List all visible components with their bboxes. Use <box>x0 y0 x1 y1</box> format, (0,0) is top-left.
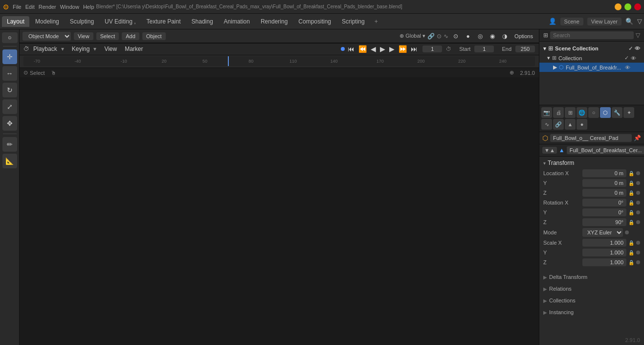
annotate-tool[interactable]: ✏ <box>2 137 17 152</box>
transform-global-label[interactable]: ⊕ Global ▾ <box>400 33 425 39</box>
rotation-y-dot[interactable] <box>636 210 640 214</box>
location-y-dot[interactable] <box>636 181 640 185</box>
scene-collection-item[interactable]: ▾ ⊞ Scene Collection ✓ 👁 <box>539 44 644 53</box>
location-x-dot[interactable] <box>636 171 640 175</box>
mesh-name-field[interactable]: Full_Bowl_of_Breakfast_Cer... <box>567 146 644 154</box>
transform-tool[interactable]: ✥ <box>2 116 17 131</box>
next-keyframe-button[interactable]: ▶ <box>388 45 396 53</box>
particles-tab[interactable]: ✦ <box>623 107 634 118</box>
tab-layout[interactable]: Layout <box>2 16 29 27</box>
prev-frame-button[interactable]: ⏪ <box>357 45 368 53</box>
object-name-field[interactable]: Full_Bowl_o__ Cereal_Pad <box>550 134 632 142</box>
rotation-x-lock[interactable]: 🔒 <box>628 200 634 206</box>
outliner-search-input[interactable] <box>550 31 634 39</box>
scale-tool[interactable]: ⤢ <box>2 99 17 114</box>
select-menu[interactable]: Select <box>96 32 119 40</box>
view-layer-selector[interactable]: View Layer <box>587 18 622 25</box>
scale-y-value[interactable]: 1.000 <box>582 249 626 256</box>
keyframe-marker[interactable] <box>341 47 345 51</box>
scale-y-dot[interactable] <box>636 251 640 254</box>
end-frame-input[interactable]: 250 <box>515 46 535 52</box>
rotation-y-value[interactable]: 0° <box>582 208 626 216</box>
object-menu[interactable]: Object <box>142 32 166 40</box>
menu-render[interactable]: Render <box>39 4 56 10</box>
mesh-type-selector[interactable]: ▼▲ <box>542 147 557 154</box>
minimize-button[interactable] <box>615 3 622 10</box>
proportional-icon[interactable]: ⊙ <box>437 33 442 40</box>
rotation-mode-selector[interactable]: XYZ Euler <box>582 228 623 237</box>
mode-switcher[interactable]: ⊙ <box>2 32 18 43</box>
scale-x-value[interactable]: 1.000 <box>582 239 626 247</box>
scene-tab[interactable]: 🌐 <box>577 107 587 118</box>
menu-window[interactable]: Window <box>60 4 79 10</box>
tab-scripting[interactable]: Scripting <box>337 16 370 27</box>
view-menu[interactable]: View <box>74 32 93 40</box>
rotation-z-lock[interactable]: 🔒 <box>628 220 634 225</box>
tab-modeling[interactable]: Modeling <box>30 16 64 27</box>
collection-item[interactable]: ▾ ⊞ Collection ✓ 👁 <box>539 53 644 63</box>
next-frame-button[interactable]: ⏩ <box>398 45 408 53</box>
view-layer-tab[interactable]: ⊞ <box>565 107 576 118</box>
object-tab[interactable]: ⬡ <box>600 107 611 118</box>
prev-keyframe-button[interactable]: ◀ <box>370 45 377 53</box>
tab-texture-paint[interactable]: Texture Paint <box>141 16 185 27</box>
cursor-tool[interactable]: ✛ <box>2 49 17 64</box>
menu-help[interactable]: Help <box>83 4 94 10</box>
location-x-value[interactable]: 0 m <box>582 169 626 177</box>
tab-sculpting[interactable]: Sculpting <box>65 16 99 27</box>
measure-tool[interactable]: 📐 <box>2 154 17 168</box>
scale-y-lock[interactable]: 🔒 <box>628 250 634 255</box>
rotation-z-value[interactable]: 90° <box>582 218 626 226</box>
rotation-z-dot[interactable] <box>636 220 640 224</box>
close-button[interactable] <box>634 3 641 10</box>
rotate-tool[interactable]: ↻ <box>2 83 17 97</box>
outliner-filter-icon[interactable]: ▽ <box>636 32 640 39</box>
relations-header[interactable]: ▶ Relations <box>543 285 640 293</box>
rotation-x-value[interactable]: 0° <box>582 199 626 207</box>
rotation-x-dot[interactable] <box>636 201 640 205</box>
scale-z-value[interactable]: 1.000 <box>582 258 626 266</box>
scene-collection-eye[interactable]: 👁 <box>635 46 640 51</box>
rotation-y-lock[interactable]: 🔒 <box>628 210 634 215</box>
menu-file[interactable]: File <box>13 4 22 10</box>
material-tab[interactable]: ● <box>577 119 587 130</box>
delta-transform-header[interactable]: ▶ Delta Transform <box>543 273 640 281</box>
scale-z-dot[interactable] <box>636 260 640 264</box>
tab-animation[interactable]: Animation <box>219 16 255 27</box>
filter-icon[interactable]: ▽ <box>637 18 642 25</box>
rotation-mode-dot[interactable] <box>625 230 629 234</box>
scene-selector[interactable]: Scene <box>560 18 583 25</box>
physics-tab[interactable]: ∿ <box>541 119 552 130</box>
falloff-icon[interactable]: ∿ <box>444 33 448 40</box>
location-y-lock[interactable]: 🔒 <box>628 181 634 186</box>
scale-x-dot[interactable] <box>636 241 640 245</box>
pin-icon[interactable]: 📌 <box>634 135 641 141</box>
location-y-value[interactable]: 0 m <box>582 179 626 187</box>
scale-z-lock[interactable]: 🔒 <box>628 260 634 265</box>
start-frame-input[interactable]: 1 <box>474 46 494 52</box>
add-workspace-button[interactable]: + <box>371 16 382 27</box>
move-tool[interactable]: ↔ <box>2 66 17 81</box>
object-item[interactable]: ▶ ⬡ Full_Bowl_of_Breakfr... 👁 <box>539 63 644 72</box>
tab-compositing[interactable]: Compositing <box>293 16 336 27</box>
mode-selector[interactable]: Object Mode <box>22 32 71 41</box>
menu-edit[interactable]: Edit <box>25 4 35 10</box>
snap-icon[interactable]: 🔗 <box>427 33 435 40</box>
current-frame-input[interactable]: 1 <box>422 46 442 52</box>
viewport-material-icon[interactable]: ◑ <box>499 31 510 42</box>
viewport-rendered-icon[interactable]: ◉ <box>487 31 498 42</box>
modifier-tab[interactable]: 🔧 <box>612 107 622 118</box>
location-z-lock[interactable]: 🔒 <box>628 190 634 196</box>
keying-menu[interactable]: Keying <box>72 46 90 52</box>
render-tab[interactable]: 📷 <box>541 107 552 118</box>
instancing-header[interactable]: ▶ Instancing <box>543 308 640 316</box>
scale-x-lock[interactable]: 🔒 <box>628 240 634 246</box>
transform-header[interactable]: ▾ Transform <box>543 160 640 166</box>
viewport-wireframe-icon[interactable]: ◎ <box>475 31 486 42</box>
output-tab[interactable]: 🖨 <box>553 107 564 118</box>
data-tab[interactable]: ▲ <box>565 119 576 130</box>
maximize-button[interactable] <box>624 3 631 10</box>
location-z-value[interactable]: 0 m <box>582 189 626 197</box>
tab-rendering[interactable]: Rendering <box>256 16 292 27</box>
add-menu[interactable]: Add <box>122 32 139 40</box>
